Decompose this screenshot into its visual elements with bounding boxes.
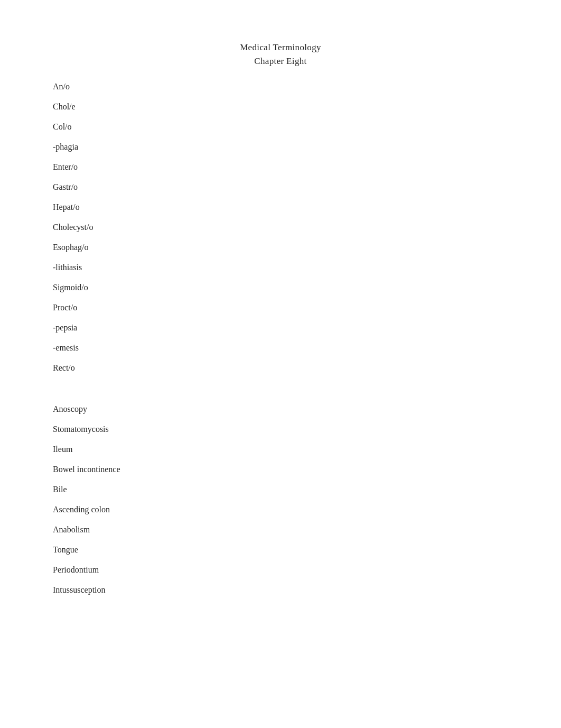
list-item: Ascending colon bbox=[53, 505, 508, 514]
list-item: -phagia bbox=[53, 143, 508, 151]
header-section: Medical Terminology Chapter Eight bbox=[53, 42, 508, 67]
list-item: Cholecyst/o bbox=[53, 223, 508, 232]
list-item: Anoscopy bbox=[53, 405, 508, 413]
list-item: Esophag/o bbox=[53, 243, 508, 252]
chapter-title: Chapter Eight bbox=[53, 56, 508, 67]
page-container: Medical Terminology Chapter Eight An/oCh… bbox=[0, 0, 561, 728]
list-item: An/o bbox=[53, 82, 508, 91]
list-item: Intussusception bbox=[53, 586, 508, 594]
section-gap bbox=[53, 384, 508, 400]
list-item: Hepat/o bbox=[53, 203, 508, 211]
list-item: Anabolism bbox=[53, 526, 508, 534]
main-title: Medical Terminology bbox=[53, 42, 508, 53]
section2-terms: AnoscopyStomatomycosisIleumBowel inconti… bbox=[53, 405, 508, 594]
list-item: -lithiasis bbox=[53, 263, 508, 272]
list-item: Proct/o bbox=[53, 303, 508, 312]
list-item: Chol/e bbox=[53, 103, 508, 111]
list-item: Bowel incontinence bbox=[53, 465, 508, 474]
list-item: Sigmoid/o bbox=[53, 283, 508, 292]
list-item: Gastr/o bbox=[53, 183, 508, 191]
list-item: Enter/o bbox=[53, 163, 508, 171]
list-item: -pepsia bbox=[53, 324, 508, 332]
list-item: Stomatomycosis bbox=[53, 425, 508, 434]
list-item: Bile bbox=[53, 485, 508, 494]
list-item: Col/o bbox=[53, 123, 508, 131]
list-item: Rect/o bbox=[53, 364, 508, 372]
section1-terms: An/oChol/eCol/o-phagiaEnter/oGastr/oHepa… bbox=[53, 82, 508, 372]
list-item: Ileum bbox=[53, 445, 508, 454]
list-item: -emesis bbox=[53, 344, 508, 352]
list-item: Periodontium bbox=[53, 566, 508, 574]
list-item: Tongue bbox=[53, 546, 508, 554]
